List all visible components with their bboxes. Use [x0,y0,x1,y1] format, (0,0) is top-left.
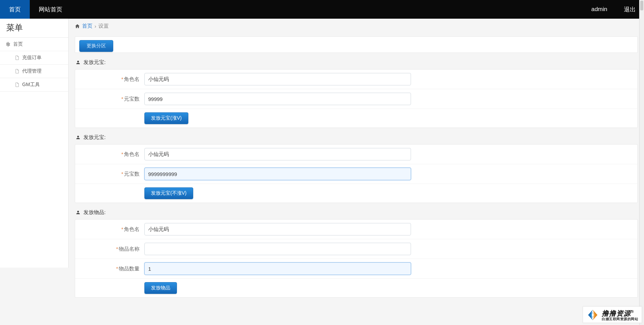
main-content: 首页 › 设置 更换分区 发放元宝:*角色名*元宝数发放元宝(涨V)发放元宝:*… [69,19,644,312]
document-icon [15,82,19,87]
text-input[interactable] [144,93,411,105]
document-icon [15,55,19,60]
section-heading: 发放元宝: [69,128,644,144]
watermark: 撸撸资源® 白嫖互联网资源的网站 [583,306,642,312]
topbar: 首页 网站首页 admin 退出 [0,0,644,19]
form-label: *角色名 [75,151,144,158]
section-heading: 发放元宝: [69,53,644,69]
form-label: *元宝数 [75,171,144,177]
text-input[interactable] [144,243,411,255]
form-row: *物品名称 [75,239,637,259]
text-input[interactable] [144,73,411,85]
sidebar-item-agent[interactable]: 代理管理 [0,65,68,78]
person-icon [75,60,81,65]
section-title: 发放物品: [83,209,106,216]
sidebar-menu: 首页 充值订单 代理管理 GM工具 [0,38,68,92]
home-icon [75,24,80,29]
zone-panel: 更换分区 [75,36,638,53]
watermark-main: 撸撸资源® [602,309,638,312]
nav-user[interactable]: admin [583,0,616,19]
sidebar-item-label: GM工具 [22,82,40,88]
sidebar-item-label: 充值订单 [22,55,42,61]
form-row: *角色名 [75,69,637,89]
vertical-scrollbar[interactable] [639,0,644,312]
form-label: *物品名称 [75,246,144,252]
form-row-submit: 发放物品 [75,279,637,297]
topbar-left: 首页 网站首页 [0,0,71,19]
text-input[interactable] [144,168,411,180]
breadcrumb: 首页 › 设置 [69,19,644,34]
gear-icon [5,41,10,47]
scrollbar-thumb[interactable] [640,1,643,10]
section-title: 发放元宝: [83,59,106,66]
person-icon [75,210,81,215]
form-row: *元宝数 [75,89,637,109]
change-zone-button[interactable]: 更换分区 [79,40,113,52]
submit-button[interactable]: 发放元宝(不涨V) [144,187,193,199]
person-icon [75,135,81,140]
form-box: *角色名*元宝数发放元宝(不涨V) [75,144,638,203]
sidebar: 菜单 首页 充值订单 代理管理 [0,19,69,268]
form-label: *角色名 [75,226,144,233]
submit-button[interactable]: 发放物品 [144,282,177,294]
topbar-spacer [71,0,583,19]
breadcrumb-current: 设置 [98,23,109,29]
form-row: *元宝数 [75,164,637,184]
text-input[interactable] [144,148,411,160]
sidebar-title: 菜单 [0,19,68,38]
text-input[interactable] [144,223,411,235]
form-box: *角色名*物品名称*物品数量发放物品 [75,219,638,298]
submit-button[interactable]: 发放元宝(涨V) [144,112,188,124]
section-title: 发放元宝: [83,134,106,141]
breadcrumb-home-link[interactable]: 首页 [82,23,92,29]
form-label: *物品数量 [75,266,144,272]
document-icon [15,69,19,74]
sidebar-item-label: 代理管理 [22,68,42,74]
section-heading: 发放物品: [69,203,644,219]
logo-icon [587,309,599,312]
form-row: *角色名 [75,145,637,164]
form-box: *角色名*元宝数发放元宝(涨V) [75,69,638,128]
form-row-submit: 发放元宝(不涨V) [75,184,637,203]
nav-site-home[interactable]: 网站首页 [30,0,71,19]
form-label: *角色名 [75,76,144,83]
form-row: *物品数量 [75,259,637,279]
topbar-right: admin 退出 [583,0,644,19]
sidebar-item-gm-tools[interactable]: GM工具 [0,78,68,91]
form-row-submit: 发放元宝(涨V) [75,109,637,128]
nav-home[interactable]: 首页 [0,0,30,19]
sidebar-item-label: 首页 [13,41,23,47]
sidebar-item-recharge[interactable]: 充值订单 [0,51,68,64]
form-label: *元宝数 [75,96,144,102]
text-input[interactable] [144,262,411,275]
breadcrumb-sep: › [95,23,96,29]
watermark-text: 撸撸资源® 白嫖互联网资源的网站 [602,309,638,312]
form-row: *角色名 [75,220,637,239]
sidebar-item-home[interactable]: 首页 [0,38,68,51]
